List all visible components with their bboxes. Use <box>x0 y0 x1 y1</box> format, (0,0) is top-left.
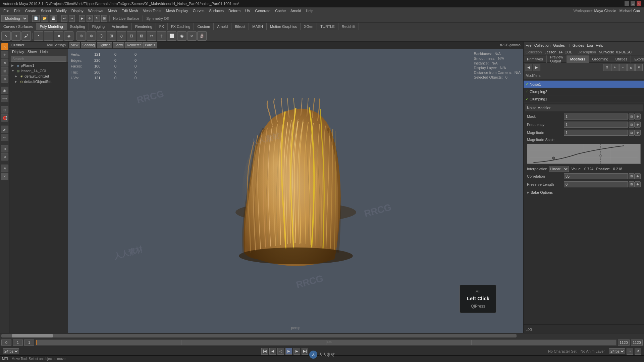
menu-help[interactable]: Help <box>304 8 316 13</box>
close-button[interactable]: ✕ <box>637 1 641 6</box>
undo-btn[interactable]: ↩ <box>61 15 67 22</box>
tab-preview-output[interactable]: Preview Output <box>547 55 567 63</box>
relax-btn[interactable]: ≋ <box>187 31 197 41</box>
menu-curves[interactable]: Curves <box>191 8 207 13</box>
menu-generate[interactable]: Generate <box>253 8 272 13</box>
paint-select-btn[interactable]: 🖌 <box>21 31 31 41</box>
tool-settings-label[interactable]: Tool Settings <box>47 43 66 47</box>
modifier-clumping1[interactable]: ✓ Clumping1 <box>524 95 644 103</box>
outliner-item-pplane1[interactable]: ▶ ◈ pPlane1 <box>9 63 68 68</box>
menu-mesh-display[interactable]: Mesh Display <box>164 8 190 13</box>
tab-fx-caching[interactable]: FX Caching <box>168 23 194 30</box>
modifier-noise1[interactable]: ✓ Noise1 <box>524 81 644 88</box>
vertex-btn[interactable]: • <box>34 31 43 41</box>
universal-icon[interactable]: ⊕ <box>1 75 8 83</box>
tab-fx[interactable]: FX <box>156 23 168 30</box>
menu-select[interactable]: Select <box>39 8 53 13</box>
plen-connect-btn[interactable]: ⊕ <box>635 181 641 187</box>
tab-rigging[interactable]: Rigging <box>89 23 108 30</box>
timeline-audio-start[interactable] <box>618 340 630 346</box>
move-tool-btn[interactable]: ✛ <box>87 15 93 22</box>
mask-options-btn[interactable]: ⊡ <box>629 114 635 120</box>
menu-cache[interactable]: Cache <box>273 8 288 13</box>
mag-connect-btn[interactable]: ⊕ <box>635 130 641 136</box>
viewport-canvas[interactable]: Verts: 121 0 0 Edges: 220 0 0 Faces: 100… <box>68 49 523 333</box>
tab-modifiers[interactable]: Modifiers <box>567 55 589 63</box>
timeline-start-input[interactable] <box>1 340 11 346</box>
step-forward-btn[interactable]: ▶ <box>293 348 300 355</box>
plus-icon-btn[interactable]: + <box>611 64 619 71</box>
edge-btn[interactable]: — <box>44 31 53 41</box>
modifier-clumping2[interactable]: ✓ Clumping2 <box>524 88 644 95</box>
settings-icon-btn[interactable]: ⚙ <box>603 64 610 71</box>
vp-shading-menu[interactable]: Shading <box>81 42 97 48</box>
quad-draw-btn[interactable]: ⬜ <box>167 31 176 41</box>
snap-icon[interactable]: ⊡ <box>1 106 8 114</box>
outliner-item-lesson14[interactable]: ▼ ⊞ lesson_14_COL <box>9 68 68 74</box>
playhead[interactable] <box>36 340 37 345</box>
extrude-btn[interactable]: ⬡ <box>97 31 106 41</box>
insert-loop-btn[interactable]: ⊟ <box>127 31 136 41</box>
menu-mesh-tools[interactable]: Mesh Tools <box>141 8 163 13</box>
freq-options-btn[interactable]: ⊡ <box>629 122 635 128</box>
menu-surfaces[interactable]: Surfaces <box>207 8 226 13</box>
separate-btn[interactable]: ⊗ <box>87 31 96 41</box>
menu-modify[interactable]: Modify <box>54 8 68 13</box>
outliner-item-defaultobjset[interactable]: ▶ ⊙ defaultObjectSet <box>9 79 68 84</box>
corr-connect-btn[interactable]: ⊕ <box>635 173 641 179</box>
modifiers-section-header[interactable]: Modifiers <box>524 72 644 79</box>
magnet-icon[interactable]: 🧲 <box>1 114 8 122</box>
scale-icon[interactable]: ⊞ <box>1 67 8 75</box>
move-icon[interactable]: ✛ <box>1 51 8 58</box>
mask-input[interactable] <box>564 114 628 120</box>
interp-select[interactable]: Linear Smooth Spline <box>549 166 569 172</box>
combine-btn[interactable]: ⊕ <box>76 31 86 41</box>
tab-custom[interactable]: Custom <box>194 23 214 30</box>
timeline-thumb[interactable] <box>12 334 53 337</box>
step-back-btn[interactable]: ◀ <box>269 348 276 355</box>
nav-btn-2[interactable]: ▶ <box>533 64 540 71</box>
symmetry-icon[interactable]: ⟺ <box>1 95 8 102</box>
menu-deform[interactable]: Deform <box>226 8 243 13</box>
menu-edit-mesh[interactable]: Edit Mesh <box>119 8 140 13</box>
new-scene-btn[interactable]: 📄 <box>32 15 40 22</box>
audio-btn[interactable]: ♪ <box>627 348 633 355</box>
timeline-current-input[interactable] <box>13 340 23 346</box>
minus-icon-btn[interactable]: − <box>619 64 627 71</box>
last-tool-icon[interactable]: ⊘ <box>1 153 8 161</box>
menu-file[interactable]: File <box>1 8 11 13</box>
up-icon-btn[interactable]: ▲ <box>627 64 635 71</box>
uvcomp-btn[interactable]: ◈ <box>64 31 73 41</box>
target-weld-btn[interactable]: ⊹ <box>157 31 166 41</box>
menu-windows[interactable]: Windows <box>86 8 105 13</box>
plen-options-btn[interactable]: ⊡ <box>629 181 635 187</box>
select-icon-btn[interactable]: ↖ <box>1 31 11 41</box>
tab-motion-graphics[interactable]: Motion Graphics <box>267 23 301 30</box>
play-back-btn[interactable]: ◁ <box>277 348 284 355</box>
fps-select2[interactable]: 24fps <box>609 348 625 354</box>
magnitude-scale-graph[interactable] <box>527 144 641 164</box>
maximize-button[interactable]: □ <box>631 1 635 6</box>
tab-bifrost[interactable]: Bifrost <box>231 23 249 30</box>
outliner-display-menu[interactable]: Display <box>11 49 25 54</box>
collection-menu[interactable]: Collection <box>534 43 550 47</box>
corr-options-btn[interactable]: ⊡ <box>629 173 635 179</box>
smooth-btn[interactable]: ◉ <box>177 31 186 41</box>
go-end-btn[interactable]: ▶| <box>302 348 308 355</box>
menu-edit[interactable]: Edit <box>12 8 22 13</box>
tab-arnold[interactable]: Arnold <box>214 23 231 30</box>
tab-expressions[interactable]: Expressions <box>631 55 644 63</box>
timeline-bar[interactable]: 660 <box>36 340 616 346</box>
open-scene-btn[interactable]: 📂 <box>41 15 48 22</box>
timeline-end-input[interactable] <box>631 340 643 346</box>
title-bar-controls[interactable]: ─ □ ✕ <box>625 1 641 6</box>
sculpt-btn[interactable]: 🗿 <box>197 31 207 41</box>
go-start-btn[interactable]: |◀ <box>261 348 268 355</box>
play-forward-btn[interactable]: ▶ <box>285 348 292 355</box>
tab-turtle[interactable]: TURTLE <box>317 23 338 30</box>
freq-connect-btn[interactable]: ⊕ <box>635 122 641 128</box>
tab-primitives[interactable]: Primitives <box>524 55 547 63</box>
menu-create[interactable]: Create <box>23 8 38 13</box>
outliner-help-menu[interactable]: Help <box>39 49 49 54</box>
soft-select-icon[interactable]: ◉ <box>1 87 8 94</box>
